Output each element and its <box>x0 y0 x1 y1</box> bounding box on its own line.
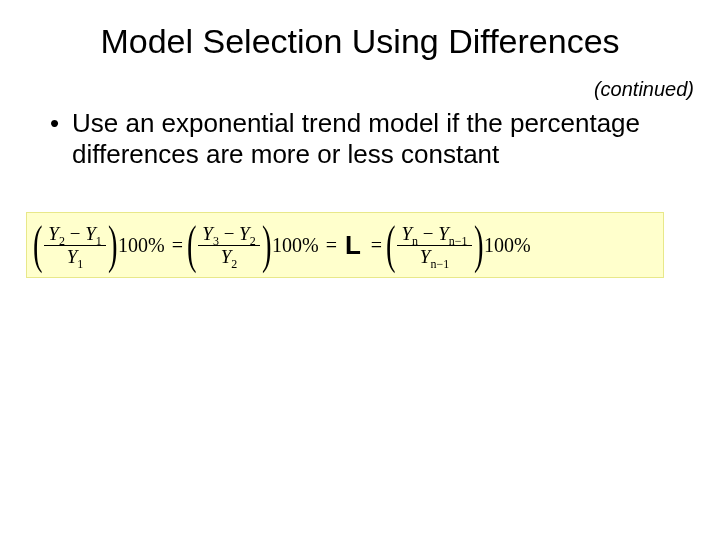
bullet-text: Use an exponential trend model if the pe… <box>72 108 670 169</box>
slide-title: Model Selection Using Differences <box>0 22 720 61</box>
formula: ( Y2 − Y1 Y1 ) 100% = ( Y3 − Y2 Y2 ) 100… <box>26 212 664 278</box>
percent-n: 100% <box>484 234 531 257</box>
fraction-2-denominator: Y2 <box>217 247 242 267</box>
left-paren-icon: ( <box>187 219 197 271</box>
bullet-block: • Use an exponential trend model if the … <box>50 108 670 169</box>
continued-label: (continued) <box>594 78 694 101</box>
fraction-bar-icon <box>397 245 471 246</box>
left-paren-icon: ( <box>33 219 43 271</box>
fraction-n-denominator: Yn−1 <box>416 247 453 267</box>
right-paren-icon: ) <box>262 219 272 271</box>
equals-1: = <box>172 234 183 257</box>
ellipsis: L <box>345 230 361 261</box>
percent-1: 100% <box>118 234 165 257</box>
fraction-n-numerator: Yn − Yn−1 <box>397 224 471 244</box>
fraction-1-numerator: Y2 − Y1 <box>44 224 105 244</box>
fraction-1-denominator: Y1 <box>63 247 88 267</box>
fraction-1: Y2 − Y1 Y1 <box>44 224 105 267</box>
bullet-dot-icon: • <box>50 108 72 139</box>
bullet-item: • Use an exponential trend model if the … <box>50 108 670 169</box>
equals-2: = <box>326 234 337 257</box>
left-paren-icon: ( <box>386 219 396 271</box>
fraction-n: Yn − Yn−1 Yn−1 <box>397 224 471 267</box>
equals-3: = <box>371 234 382 257</box>
fraction-2-numerator: Y3 − Y2 <box>198 224 259 244</box>
percent-2: 100% <box>272 234 319 257</box>
right-paren-icon: ) <box>108 219 118 271</box>
slide: Model Selection Using Differences (conti… <box>0 0 720 540</box>
fraction-2: Y3 − Y2 Y2 <box>198 224 259 267</box>
right-paren-icon: ) <box>474 219 484 271</box>
